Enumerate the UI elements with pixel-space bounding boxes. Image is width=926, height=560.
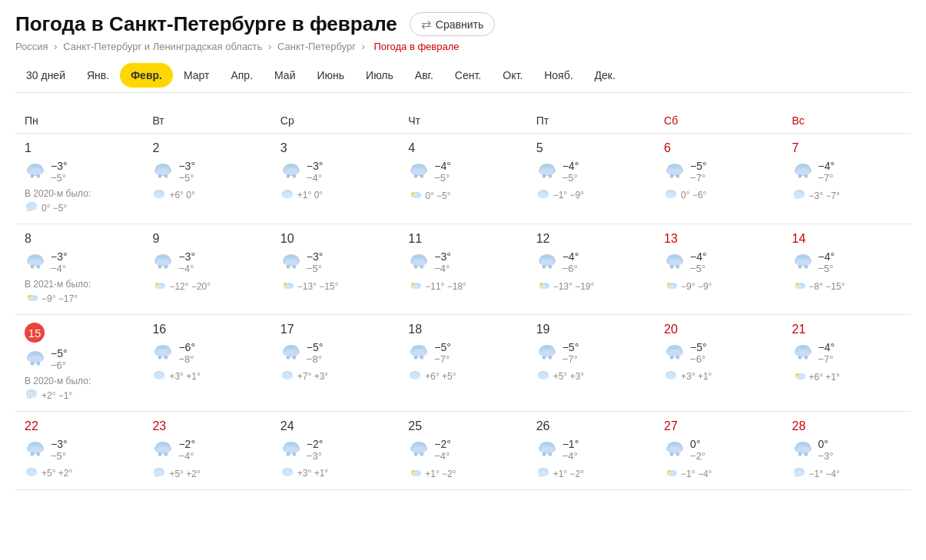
month-tab-дек.[interactable]: Дек. bbox=[584, 63, 626, 88]
month-tab-авг.[interactable]: Авг. bbox=[404, 63, 444, 88]
calendar-day-1[interactable]: 1 ❄ ❄ −3°−5°В 2020-м было: * * 0° −5° bbox=[15, 134, 143, 224]
compare-button[interactable]: ⇄ Сравнить bbox=[410, 12, 495, 36]
svg-point-188 bbox=[411, 472, 419, 476]
historical-2: +6° 0° bbox=[152, 188, 261, 202]
month-tab-30 дней[interactable]: 30 дней bbox=[15, 63, 76, 88]
svg-point-67 bbox=[155, 284, 163, 289]
page-title: Погода в Санкт-Петербурге в феврале bbox=[15, 12, 397, 36]
historical-20: +3° +1° bbox=[664, 369, 773, 383]
temp-lo-2: −5° bbox=[178, 172, 195, 184]
month-tab-янв.[interactable]: Янв. bbox=[76, 63, 120, 88]
weather-icon-15: ❄ ❄ bbox=[25, 349, 46, 370]
calendar-day-6[interactable]: 6 ❄ ❄ −5°−7° 0° −6° bbox=[655, 134, 782, 224]
calendar-day-16[interactable]: 16 ❄ ❄ −6°−8° +3° +1° bbox=[143, 315, 270, 412]
day-weather-10: ❄ ❄ −3°−5° bbox=[280, 250, 390, 274]
month-tab-апр.[interactable]: Апр. bbox=[220, 63, 264, 88]
hist-icon-8 bbox=[25, 291, 38, 307]
temp-lo-3: −4° bbox=[307, 172, 324, 184]
temp-lo-19: −7° bbox=[563, 353, 579, 365]
svg-text:❄ ❄: ❄ ❄ bbox=[798, 355, 808, 360]
historical-1: В 2020-м было: * * 0° −5° bbox=[25, 188, 134, 216]
hist-icon-25 bbox=[408, 466, 422, 482]
hist-temps-22: +5° +2° bbox=[41, 468, 72, 479]
svg-point-158 bbox=[795, 375, 803, 379]
day-weather-15: ❄ ❄ −5°−6° bbox=[25, 347, 134, 371]
temp-hi-7: −4° bbox=[818, 160, 835, 172]
svg-text:❄ ❄: ❄ ❄ bbox=[286, 452, 297, 456]
month-tab-июнь[interactable]: Июнь bbox=[306, 63, 355, 88]
weather-icon-10: ❄ ❄ bbox=[280, 252, 302, 273]
weather-icon-13: ❄ ❄ bbox=[664, 252, 685, 273]
calendar-day-11[interactable]: 11 ❄ ❄ −3°−4° −11° −18° bbox=[399, 224, 526, 315]
calendar-day-23[interactable]: 23 ❄ ❄ −2°−4° * * +5° +2° bbox=[143, 412, 270, 490]
calendar-day-8[interactable]: 8 ❄ ❄ −3°−4°В 2021-м было: −9° −17° bbox=[15, 224, 143, 315]
hist-icon-18 bbox=[408, 369, 422, 383]
calendar-day-27[interactable]: 27 ❄ ❄ 0°−2° −1° −4° bbox=[655, 412, 782, 490]
month-tab-июль[interactable]: Июль bbox=[355, 63, 404, 88]
historical-9: −12° −20° bbox=[152, 279, 261, 294]
svg-text:❄ ❄: ❄ ❄ bbox=[798, 452, 808, 456]
hist-label-8: В 2021-м было: bbox=[25, 279, 134, 290]
weekday-header-пт: Пт bbox=[527, 108, 655, 134]
temp-lo-7: −7° bbox=[818, 172, 835, 184]
calendar-day-7[interactable]: 7 ❄ ❄ −4°−7° * * −3° −7° bbox=[783, 134, 911, 224]
temp-lo-24: −3° bbox=[307, 450, 324, 462]
day-weather-24: ❄ ❄ −2°−3° bbox=[280, 438, 390, 462]
weather-icon-16: ❄ ❄ bbox=[152, 343, 174, 364]
month-tab-февр.[interactable]: Февр. bbox=[120, 63, 173, 88]
hist-temps-18: +6° +5° bbox=[425, 371, 456, 382]
calendar-day-21[interactable]: 21 ❄ ❄ −4°−7° +6° +1° bbox=[783, 315, 911, 412]
calendar-day-28[interactable]: 28 ❄ ❄ 0°−3° * * −1° −4° bbox=[783, 412, 911, 490]
calendar-day-24[interactable]: 24 ❄ ❄ −2°−3° +3° +1° bbox=[271, 412, 399, 490]
day-weather-7: ❄ ❄ −4°−7° bbox=[792, 160, 901, 184]
month-tab-март[interactable]: Март bbox=[173, 63, 221, 88]
month-tab-нояб.[interactable]: Нояб. bbox=[533, 63, 583, 88]
historical-28: * * −1° −4° bbox=[792, 466, 901, 482]
calendar-day-26[interactable]: 26 ❄ ❄ −1°−4° * * +1° −2° bbox=[527, 412, 655, 490]
breadcrumb: Россия › Санкт-Петербург и Ленинградская… bbox=[15, 41, 911, 52]
temp-hi-9: −3° bbox=[178, 250, 195, 263]
day-weather-17: ❄ ❄ −5°−8° bbox=[280, 341, 390, 365]
calendar-day-22[interactable]: 22 ❄ ❄ −3°−5° +5° +2° bbox=[15, 412, 143, 490]
day-weather-19: ❄ ❄ −5°−7° bbox=[536, 341, 646, 365]
calendar-day-10[interactable]: 10 ❄ ❄ −3°−5° −13° −15° bbox=[271, 224, 399, 315]
hist-label-1: В 2020-м было: bbox=[25, 188, 134, 199]
calendar-day-12[interactable]: 12 ❄ ❄ −4°−6° −13° −19° bbox=[527, 224, 655, 315]
calendar-day-14[interactable]: 14 ❄ ❄ −4°−5° −8° −15° bbox=[783, 224, 911, 315]
hist-temps-21: +6° +1° bbox=[809, 372, 840, 383]
breadcrumb-russia[interactable]: Россия bbox=[15, 41, 48, 52]
weather-icon-12: ❄ ❄ bbox=[536, 252, 558, 273]
historical-4: 0° −5° bbox=[408, 188, 517, 204]
calendar-day-4[interactable]: 4 ❄ ❄ −4°−5° 0° −5° bbox=[399, 134, 526, 224]
month-tab-окт.[interactable]: Окт. bbox=[492, 63, 533, 88]
calendar-day-15[interactable]: 15 ❄ ❄ −5°−6°В 2020-м было: * * +2° −1° bbox=[15, 315, 143, 412]
svg-point-14 bbox=[154, 192, 164, 198]
calendar-day-9[interactable]: 9 ❄ ❄ −3°−4° −12° −20° bbox=[143, 224, 270, 315]
month-tab-май[interactable]: Май bbox=[264, 63, 306, 88]
hist-temps-28: −1° −4° bbox=[809, 469, 840, 479]
historical-14: −8° −15° bbox=[792, 279, 901, 294]
temp-hi-5: −4° bbox=[563, 160, 579, 172]
breadcrumb-spb-region[interactable]: Санкт-Петербург и Ленинградская область bbox=[63, 41, 262, 52]
historical-3: +1° 0° bbox=[280, 188, 390, 202]
calendar-day-17[interactable]: 17 ❄ ❄ −5°−8° +7° +3° bbox=[271, 315, 399, 412]
hist-icon-12 bbox=[536, 279, 550, 294]
calendar-day-18[interactable]: 18 ❄ ❄ −5°−7° +6° +5° bbox=[399, 315, 526, 412]
svg-text:❄ ❄: ❄ ❄ bbox=[30, 361, 41, 366]
calendar-day-20[interactable]: 20 ❄ ❄ −5°−6° +3° +1° bbox=[655, 315, 782, 412]
hist-icon-13 bbox=[664, 279, 678, 294]
calendar-day-19[interactable]: 19 ❄ ❄ −5°−7° +5° +3° bbox=[527, 315, 655, 412]
svg-text:❄ ❄: ❄ ❄ bbox=[158, 174, 168, 178]
calendar-day-13[interactable]: 13 ❄ ❄ −4°−5° −9° −9° bbox=[655, 224, 782, 315]
month-tab-сент.[interactable]: Сент. bbox=[444, 63, 492, 88]
weather-icon-9: ❄ ❄ bbox=[152, 252, 174, 273]
temp-lo-16: −8° bbox=[178, 353, 195, 365]
calendar-day-3[interactable]: 3 ❄ ❄ −3°−4° +1° 0° bbox=[271, 134, 399, 224]
weekday-header-ср: Ср bbox=[271, 108, 399, 134]
calendar-day-25[interactable]: 25 ❄ ❄ −2°−4° +1° −2° bbox=[399, 412, 526, 490]
hist-temps-12: −13° −19° bbox=[553, 281, 595, 292]
breadcrumb-spb[interactable]: Санкт-Петербург bbox=[277, 41, 356, 52]
calendar-day-2[interactable]: 2 ❄ ❄ −3°−5° +6° 0° bbox=[143, 134, 270, 224]
hist-icon-10 bbox=[280, 279, 294, 294]
calendar-day-5[interactable]: 5 ❄ ❄ −4°−5° −1° −9° bbox=[527, 134, 655, 224]
